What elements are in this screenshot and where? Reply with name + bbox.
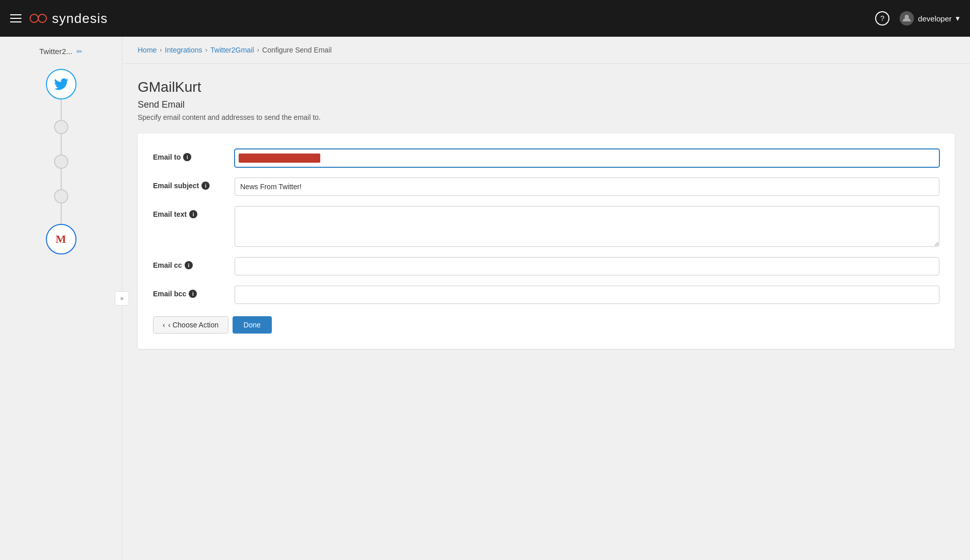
breadcrumb: Home › Integrations › Twitter2Gmail › Co…	[122, 37, 970, 64]
email-text-row: Email text i	[153, 206, 939, 247]
breadcrumb-sep-1: ›	[160, 46, 162, 54]
email-cc-info-icon[interactable]: i	[185, 261, 193, 269]
email-text-info-icon[interactable]: i	[189, 210, 197, 218]
email-cc-input[interactable]	[235, 257, 939, 275]
help-button[interactable]: ?	[875, 11, 889, 26]
sidebar-title: Twitter2... ✏	[39, 47, 83, 56]
user-avatar	[900, 11, 914, 26]
connector-2	[61, 134, 62, 155]
choose-action-button[interactable]: ‹ ‹ Choose Action	[153, 316, 228, 334]
step-2-circle[interactable]	[54, 120, 68, 134]
breadcrumb-twitter2gmail[interactable]: Twitter2Gmail	[211, 46, 254, 54]
sidebar-collapse-button[interactable]: »	[115, 291, 129, 306]
logo: syndesis	[30, 11, 108, 27]
connector-3	[61, 169, 62, 189]
email-subject-input[interactable]	[235, 177, 939, 196]
connector-1	[61, 99, 62, 120]
page-title: GMailKurt	[138, 79, 955, 95]
page-subtitle: Send Email	[138, 99, 955, 110]
step-3-circle[interactable]	[54, 155, 68, 169]
edit-icon[interactable]: ✏	[76, 47, 83, 56]
brand-name: syndesis	[52, 11, 108, 27]
gmail-step-circle[interactable]: M	[46, 224, 76, 254]
breadcrumb-sep-3: ›	[257, 46, 259, 54]
step-3	[54, 155, 68, 169]
email-to-redacted-value	[239, 154, 320, 163]
done-button[interactable]: Done	[233, 316, 272, 334]
email-to-info-icon[interactable]: i	[183, 153, 191, 161]
step-4	[54, 189, 68, 203]
sidebar-integration-name: Twitter2...	[39, 47, 72, 56]
user-name: developer	[918, 14, 952, 23]
form-actions: ‹ ‹ Choose Action Done	[153, 316, 939, 334]
twitter-step-circle[interactable]	[46, 69, 76, 99]
user-menu[interactable]: developer ▾	[900, 11, 960, 26]
sidebar-steps: M	[0, 69, 122, 254]
user-chevron: ▾	[956, 14, 960, 23]
step-4-circle[interactable]	[54, 189, 68, 203]
email-subject-row: Email subject i	[153, 177, 939, 196]
breadcrumb-current: Configure Send Email	[262, 46, 331, 54]
email-text-label: Email text i	[153, 206, 235, 218]
email-bcc-row: Email bcc i	[153, 286, 939, 304]
email-to-label: Email to i	[153, 149, 235, 161]
main-layout: Twitter2... ✏	[0, 37, 970, 560]
connector-4	[61, 203, 62, 224]
email-to-row: Email to i	[153, 149, 939, 167]
breadcrumb-home[interactable]: Home	[138, 46, 157, 54]
sidebar: Twitter2... ✏	[0, 37, 122, 560]
email-to-input[interactable]	[235, 149, 939, 167]
breadcrumb-integrations[interactable]: Integrations	[165, 46, 202, 54]
content-area: Home › Integrations › Twitter2Gmail › Co…	[122, 37, 970, 560]
email-cc-label: Email cc i	[153, 257, 235, 269]
page-content: GMailKurt Send Email Specify email conte…	[122, 64, 970, 359]
email-subject-label: Email subject i	[153, 177, 235, 190]
email-bcc-info-icon[interactable]: i	[189, 290, 197, 298]
choose-action-chevron: ‹	[163, 321, 165, 329]
page-description: Specify email content and addresses to s…	[138, 113, 955, 121]
step-twitter	[46, 69, 76, 99]
hamburger-menu[interactable]	[10, 14, 21, 22]
gmail-icon: M	[56, 233, 66, 246]
breadcrumb-sep-2: ›	[206, 46, 208, 54]
top-nav: syndesis ? developer ▾	[0, 0, 970, 37]
step-2	[54, 120, 68, 134]
email-bcc-label: Email bcc i	[153, 286, 235, 298]
email-subject-info-icon[interactable]: i	[201, 182, 210, 190]
form-card: Email to i Email subject i	[138, 134, 955, 349]
logo-icon	[30, 14, 47, 23]
choose-action-label: ‹ Choose Action	[168, 321, 219, 329]
email-cc-row: Email cc i	[153, 257, 939, 275]
email-bcc-input[interactable]	[235, 286, 939, 304]
email-text-input[interactable]	[235, 206, 939, 247]
step-gmail: M	[46, 224, 76, 254]
